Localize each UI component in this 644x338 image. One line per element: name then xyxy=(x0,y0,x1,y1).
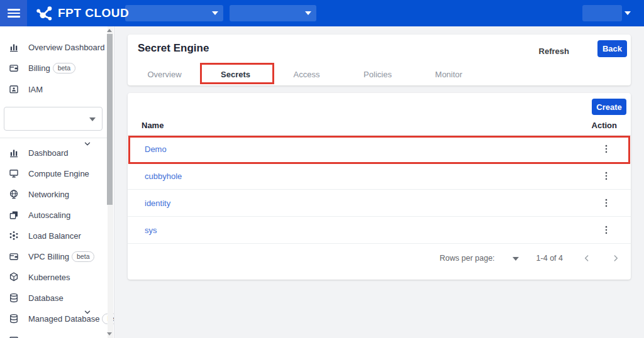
sidebar-item-load-balancer[interactable]: Load Balancer xyxy=(0,227,108,244)
tab-access[interactable]: Access xyxy=(271,63,342,85)
sidebar: Overview Dashboard Billing beta IAM Dash… xyxy=(0,26,114,338)
sidebar-item-label: Managed Database xyxy=(28,314,99,324)
page-title: Secret Engine xyxy=(138,42,209,55)
bar-chart-icon xyxy=(8,147,19,158)
sidebar-item-label: Billing xyxy=(28,63,50,73)
back-button[interactable]: Back xyxy=(597,40,627,57)
caret-down-icon xyxy=(305,11,311,15)
secrets-table-card: Create Name Action Demo cubbyhole identi… xyxy=(128,93,631,280)
scroll-up-arrow-icon[interactable] xyxy=(107,29,112,32)
sidebar-item-label: Dashboard xyxy=(28,148,69,158)
caret-down-icon xyxy=(89,117,96,121)
table-pagination: Rows per page: 1-4 of 4 xyxy=(128,244,631,280)
sidebar-item-label: Autoscaling xyxy=(28,210,70,220)
sidebar-scrollbar-thumb[interactable] xyxy=(107,34,113,205)
sidebar-item-billing[interactable]: Billing beta xyxy=(0,60,108,76)
sidebar-item-label: Kubernetes xyxy=(28,273,70,282)
topbar-region-select[interactable] xyxy=(125,5,223,21)
tab-monitor[interactable]: Monitor xyxy=(413,63,484,85)
sidebar-item-kubernetes[interactable]: Kubernetes xyxy=(0,269,108,285)
sidebar-item-iam[interactable]: IAM xyxy=(0,81,108,97)
database-icon xyxy=(8,292,19,303)
main-content: Secret Engine Refresh Back Overview Secr… xyxy=(115,26,644,338)
cube-icon xyxy=(8,271,19,283)
hub-icon xyxy=(8,230,19,241)
sidebar-item-managed-database[interactable]: Managed Database beta xyxy=(0,310,108,327)
rows-per-page-label: Rows per page: xyxy=(440,254,495,263)
secret-name-link[interactable]: Demo xyxy=(128,144,167,154)
beta-badge: beta xyxy=(72,251,94,262)
hamburger-icon xyxy=(8,7,20,19)
wallet-icon xyxy=(8,62,19,74)
globe-icon xyxy=(8,188,19,200)
topbar-user-menu[interactable] xyxy=(582,5,622,21)
sidebar-item-autoscaling[interactable]: Autoscaling xyxy=(0,207,108,223)
sidebar-item-monitoring[interactable]: Monitoring xyxy=(0,332,108,338)
page-header-card: Secret Engine Refresh Back Overview Secr… xyxy=(128,35,631,85)
sidebar-scrollbar-track[interactable] xyxy=(108,26,113,338)
iam-badge-icon xyxy=(8,84,19,95)
create-button[interactable]: Create xyxy=(592,99,626,115)
row-actions-kebab-icon[interactable] xyxy=(582,224,631,236)
secret-name-link[interactable]: sys xyxy=(128,226,157,235)
sidebar-item-label: IAM xyxy=(28,85,43,94)
secret-name-link[interactable]: identity xyxy=(128,199,170,208)
table-row[interactable]: cubbyhole xyxy=(128,163,631,190)
rows-per-page-select-caret-icon[interactable] xyxy=(513,257,519,261)
pagination-range: 1-4 of 4 xyxy=(536,254,563,263)
sidebar-item-overview-dashboard[interactable]: Overview Dashboard xyxy=(0,39,108,55)
tab-secrets[interactable]: Secrets xyxy=(200,63,271,85)
sidebar-item-label: Overview Dashboard xyxy=(28,43,104,52)
sidebar-item-compute-engine[interactable]: Compute Engine xyxy=(0,165,108,182)
database-icon xyxy=(8,313,19,324)
tab-overview[interactable]: Overview xyxy=(129,63,200,85)
tab-policies[interactable]: Policies xyxy=(342,63,413,85)
sidebar-project-select[interactable] xyxy=(4,107,103,131)
app-root: FPT CLOUD Overview Dashboard Billing bet… xyxy=(0,0,644,338)
sidebar-item-vpc-billing[interactable]: VPC Billing beta xyxy=(0,248,108,264)
topbar-project-select[interactable] xyxy=(230,5,316,21)
bar-chart-icon xyxy=(8,41,19,53)
caret-down-icon xyxy=(212,11,218,15)
hamburger-menu-button[interactable] xyxy=(0,0,27,26)
sidebar-item-networking[interactable]: Networking xyxy=(0,186,108,202)
sidebar-item-label: Load Balancer xyxy=(28,231,81,241)
monitor-icon xyxy=(8,168,19,179)
sidebar-item-label: VPC Billing xyxy=(28,252,69,261)
next-page-chevron-icon[interactable] xyxy=(611,253,621,263)
table-row[interactable]: sys xyxy=(128,217,631,244)
sidebar-item-label: Monitoring xyxy=(28,336,67,338)
brand-logo[interactable]: FPT CLOUD xyxy=(35,0,129,26)
caret-down-icon[interactable] xyxy=(625,11,631,15)
layers-icon xyxy=(8,209,19,221)
sidebar-item-label: Database xyxy=(28,293,64,303)
refresh-button[interactable]: Refresh xyxy=(539,46,569,56)
tabs-row: Overview Secrets Access Policies Monitor xyxy=(129,63,484,85)
sidebar-divider xyxy=(0,138,108,138)
sidebar-item-label: Networking xyxy=(28,190,69,199)
topbar: FPT CLOUD xyxy=(0,0,644,26)
table-header-row: Name Action xyxy=(128,115,631,136)
wallet-icon xyxy=(8,251,19,262)
brand-text: FPT CLOUD xyxy=(58,6,129,20)
secret-name-link[interactable]: cubbyhole xyxy=(128,172,182,181)
beta-badge: beta xyxy=(53,63,75,74)
previous-page-chevron-icon[interactable] xyxy=(582,253,592,263)
row-actions-kebab-icon[interactable] xyxy=(582,170,631,182)
row-actions-kebab-icon[interactable] xyxy=(582,197,631,209)
monitor-icon xyxy=(8,335,19,338)
sidebar-item-label: Compute Engine xyxy=(28,169,89,178)
scroll-down-arrow-icon[interactable] xyxy=(107,332,112,335)
table-row[interactable]: Demo xyxy=(128,136,631,163)
sidebar-item-database[interactable]: Database xyxy=(0,290,108,306)
row-actions-kebab-icon[interactable] xyxy=(582,143,631,155)
fpt-molecule-icon xyxy=(35,5,53,22)
table-body: Demo cubbyhole identity sys xyxy=(128,136,631,244)
sidebar-item-dashboard[interactable]: Dashboard xyxy=(0,144,108,161)
table-row[interactable]: identity xyxy=(128,190,631,217)
column-header-name: Name xyxy=(128,121,164,130)
column-header-action: Action xyxy=(592,121,631,130)
